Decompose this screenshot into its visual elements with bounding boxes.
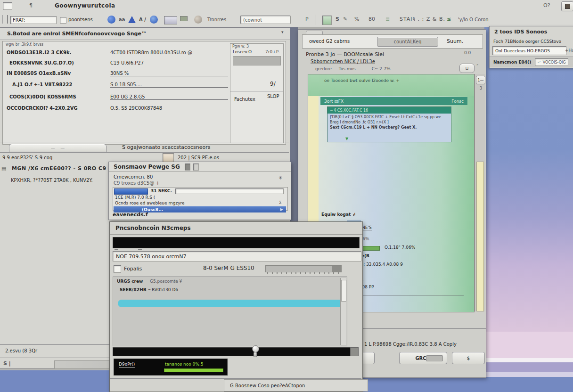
toolbar-checkbox[interactable] [60, 17, 66, 24]
side-panel-value: SLOP [267, 94, 279, 99]
side-panel-number: 9/ [270, 81, 276, 87]
code-window-titlebar[interactable]: ≡ § CS.X0C.FAT.C 16 [327, 107, 451, 114]
progress-dialog-titlebar[interactable]: Pncsnobncoin N3cmeps [110, 222, 362, 235]
list-scrollbar-thumb[interactable] [341, 280, 346, 302]
progress-field[interactable]: NOE 709.578 onox orcmN7 [113, 251, 361, 261]
slider-ticks [267, 272, 339, 274]
form-row-value: O.5. S5 29C00K87848 [110, 106, 242, 111]
collapse-chevron-icon[interactable]: ▾ [281, 30, 284, 34]
table-icon[interactable] [322, 16, 332, 25]
form-row-label: COOS(X)0DO( KOSS6RMS [9, 94, 108, 99]
status-text: STAI§ . : Z & B. [400, 16, 445, 22]
toolbar: FRAT: poontsens aa A / Tronrres (cownot … [0, 12, 573, 27]
code-window: ≡ § CS.X0C.FAT.C 16 J'DR(0 L>C § OS3.X0C… [327, 106, 451, 142]
search-icon[interactable]: P [305, 16, 309, 22]
percent-icon[interactable]: % [354, 16, 359, 22]
left-window-titlebar[interactable]: S.Botod are onlrol SMENfcofonoovcvogo Sn… [0, 28, 290, 40]
tick-mark [115, 249, 118, 250]
menubar-button[interactable] [561, 1, 573, 11]
tab-count-button[interactable]: countALKeq [377, 37, 438, 47]
right-status-text: 1 L P.98698 Cgge:/IR.0.83C 3.8 A Coply [364, 342, 482, 347]
grid-icon[interactable]: ▤ [1, 165, 6, 172]
desktop-light-strip [484, 372, 573, 377]
summary-title-icon2[interactable] [193, 163, 199, 171]
side-panel-bar[interactable] [233, 56, 281, 65]
monitor-icon[interactable] [164, 16, 177, 24]
dollar-button[interactable]: $ [452, 352, 485, 364]
document-teal-bar: 3ort ▤FX Fonsc [320, 97, 467, 105]
right-window-title: Pronbe 3 Jo — BOOMcsaie Slei [306, 51, 461, 57]
list-row1-a: URGS crew [117, 279, 143, 284]
menu-lines-icon[interactable]: ≡ [385, 16, 390, 22]
code-line: Breg I dmondNo .fc O31 r.>(X ] [327, 119, 451, 124]
summary-dialog-titlebar[interactable]: Sonsmaov Pewge SG [109, 162, 291, 172]
globe2-icon[interactable] [150, 16, 158, 24]
progress-checkbox[interactable] [114, 265, 121, 273]
form-row-value: C19 U.6I6.P27 [110, 60, 242, 65]
side-panel-row1: Foch 71BNode oorger CC5Stovo [493, 39, 573, 44]
font-style-icon[interactable]: A / [139, 17, 146, 22]
display-black-bar [113, 237, 360, 248]
tools-label: Tronrres [207, 17, 226, 22]
lcd-right-text: tananos noo 0%.5 [165, 362, 203, 367]
refresh-button[interactable]: ⊔ [459, 64, 475, 73]
sigma-icon[interactable]: Σ [279, 200, 282, 205]
seek-thumb-stem [254, 352, 257, 357]
right-row2: gredore — Tos.mos — — – C~ 2-7% [315, 66, 452, 71]
pencil-icon[interactable]: ✎ [343, 16, 347, 22]
form-row-label: ONDSO13E1R.I2 3 CK9k. [7, 50, 106, 55]
vertical-scrollbar-thumb[interactable] [476, 162, 484, 311]
horizontal-slider-track[interactable] [265, 265, 342, 272]
side-panel-mini-field[interactable]: ∘⌜ VOCOIS-QIG [535, 58, 568, 66]
desktop-lavender-band [484, 362, 573, 372]
format-field[interactable]: FRAT: [10, 16, 57, 24]
form-row-label: A.J1 O.f +-1 V8T.98222 [12, 82, 106, 87]
seek-slider-track[interactable] [113, 347, 351, 356]
side-panel-field[interactable]: Ool Dueccleas HO‑ERGOS [492, 46, 566, 55]
progress-bottom-divider [110, 378, 361, 379]
chip-icon[interactable] [180, 16, 188, 21]
side-panel-row3a: Namcmon E04() [493, 60, 531, 65]
document-green-header: oe Tooeoed bwt oulve I2ooede w. + [308, 74, 474, 96]
section-tab-dashes: — — [51, 146, 65, 150]
doc-rule [351, 295, 464, 295]
teal-bar-left[interactable]: 3ort ▤FX [324, 99, 344, 104]
side-panel-label: Fachutex [234, 97, 255, 102]
summary-progress-bar [114, 188, 148, 195]
summary-row3: Ocnds rose ed awebleue rngzyre [115, 201, 256, 205]
summary-title-icon[interactable] [185, 163, 190, 171]
progress-footer-box: G Boosnew Coso peo?eACtopon [224, 379, 368, 392]
summary-frame: 31 SEKC. 1CE (M.R) 7.0 R.S ( Ocnds rose … [113, 187, 288, 211]
tab-sum-label[interactable]: Suum. [447, 38, 463, 44]
side-panel-field-value: Ool Dueccleas HO‑ERGOS [495, 49, 550, 53]
section-tab[interactable]: — — [9, 144, 106, 152]
doc-item-equiw[interactable]: Equiw kogat ↲ [321, 212, 356, 217]
help-icon[interactable]: O? [543, 2, 550, 8]
lcd-display: D9oPr() tananos noo 0%.5 [114, 359, 228, 376]
side-strip-button[interactable]: 1— [476, 76, 485, 84]
window-resize-box[interactable] [3, 2, 12, 10]
right-tab-row: owecd G2 cabrns countALKeq Suum. [302, 34, 483, 49]
sphere-icon[interactable] [194, 16, 202, 24]
form-row-value[interactable]: E00 UG 2.8.G5 [110, 94, 228, 100]
list-vertical-scrollbar[interactable] [340, 278, 346, 345]
seek-slider-thumb[interactable] [252, 345, 258, 357]
toolbar-checkbox-label: poontsens [68, 17, 93, 22]
toolbar-grip[interactable] [2, 15, 8, 24]
tab-records[interactable]: owecd G2 cabrns [309, 39, 385, 44]
teal-bar-right[interactable]: Fonsc [451, 99, 464, 104]
form-row-value[interactable]: S 0 1B S05.... [110, 82, 228, 88]
desktop-right-gradient [484, 26, 573, 392]
globe-icon[interactable] [107, 16, 115, 24]
font-size-icon[interactable]: aa [119, 17, 125, 22]
command-input[interactable]: (cownot [240, 16, 291, 24]
grcm-slider[interactable] [426, 355, 443, 361]
side-panel-titlebar[interactable]: 2 toos IDS Sonoos [490, 26, 573, 37]
form-row-value[interactable]: 30NS % [110, 71, 228, 76]
summary-input[interactable] [175, 188, 284, 194]
s-tool-icon[interactable]: S [336, 16, 339, 22]
grcm-button[interactable]: GRCM [399, 352, 447, 364]
side-panel-code: 7r0+P- [265, 49, 280, 54]
side-panel-plus[interactable]: +Ho [565, 48, 573, 53]
triangle-icon[interactable] [128, 16, 136, 23]
